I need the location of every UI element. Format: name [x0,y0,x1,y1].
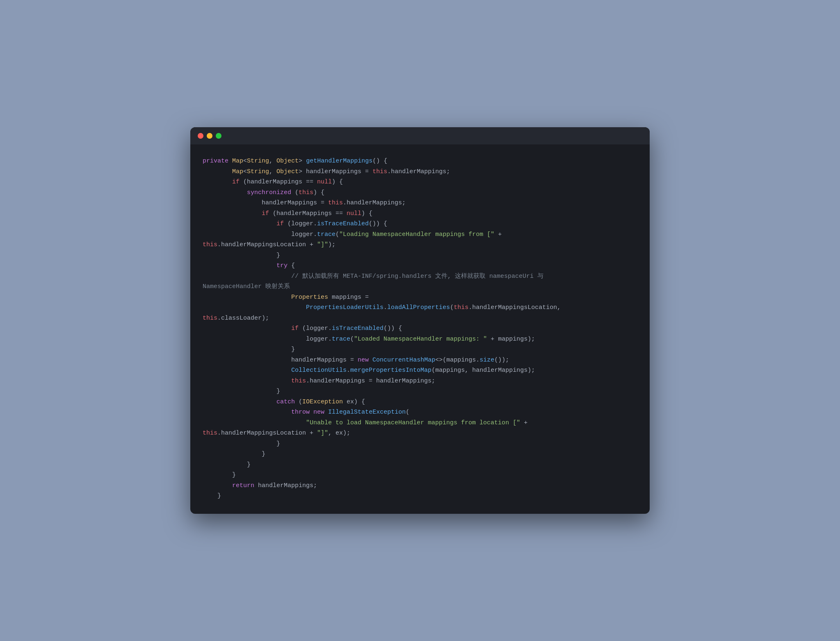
code-window: private Map<String, Object> getHandlerMa… [190,127,650,514]
titlebar [190,127,650,144]
close-button[interactable] [198,133,203,139]
minimize-button[interactable] [207,133,212,139]
maximize-button[interactable] [216,133,221,139]
code-editor: private Map<String, Object> getHandlerMa… [190,144,650,514]
